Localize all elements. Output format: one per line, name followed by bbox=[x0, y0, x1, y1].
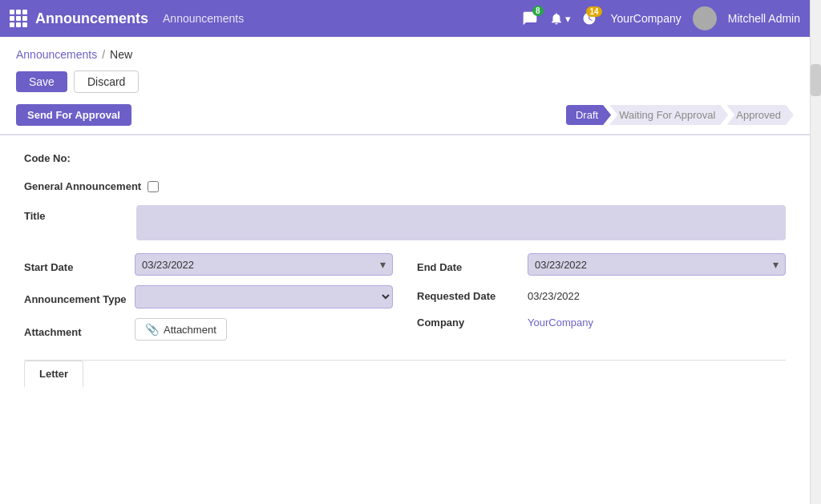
tabs-bar: Letter bbox=[24, 360, 786, 388]
topnav-icons: 8 ▾ 14 YourCompany bbox=[522, 6, 800, 30]
end-date-dropdown-btn[interactable]: ▾ bbox=[773, 258, 779, 271]
nav-breadcrumb[interactable]: Announcements bbox=[163, 12, 244, 25]
activity-icon-wrap[interactable]: 14 bbox=[582, 11, 597, 26]
company-label: Company bbox=[417, 312, 521, 329]
title-input[interactable] bbox=[136, 205, 786, 240]
status-pipeline: Draft Waiting For Approval Approved bbox=[568, 105, 794, 125]
announcement-type-label: Announcement Type bbox=[24, 288, 128, 305]
attachment-label: Attachment bbox=[24, 321, 128, 338]
breadcrumb-parent[interactable]: Announcements bbox=[16, 48, 97, 61]
send-for-approval-button[interactable]: Send For Approval bbox=[16, 104, 131, 126]
username: Mitchell Admin bbox=[728, 12, 800, 25]
title-field-wrap bbox=[136, 205, 786, 240]
end-date-row: End Date 03/23/2022 ▾ bbox=[417, 253, 786, 276]
requested-date-row: Requested Date 03/23/2022 bbox=[417, 285, 786, 302]
requested-date-value: 03/23/2022 bbox=[528, 285, 580, 302]
topnav: Announcements Announcements 8 ▾ bbox=[0, 0, 810, 37]
bell-dropdown-arrow[interactable]: ▾ bbox=[565, 13, 571, 25]
title-label: Title bbox=[24, 205, 136, 222]
chat-badge: 8 bbox=[532, 6, 544, 16]
breadcrumb: Announcements / New bbox=[0, 37, 810, 67]
announcement-type-row: Announcement Type bbox=[24, 285, 393, 308]
general-announcement-checkbox[interactable] bbox=[148, 181, 159, 192]
discard-button[interactable]: Discard bbox=[74, 71, 139, 93]
notification-icon-wrap[interactable]: ▾ bbox=[549, 11, 571, 26]
status-step-draft[interactable]: Draft bbox=[566, 105, 611, 125]
start-date-row: Start Date 03/23/2022 ▾ bbox=[24, 253, 393, 276]
start-date-dropdown-btn[interactable]: ▾ bbox=[380, 258, 386, 271]
end-date-value: 03/23/2022 bbox=[535, 259, 587, 271]
status-step-approved[interactable]: Approved bbox=[726, 105, 794, 125]
company-row: Company YourCompany bbox=[417, 312, 786, 329]
activity-badge: 14 bbox=[586, 6, 601, 17]
title-row: Title bbox=[24, 205, 786, 240]
attachment-button[interactable]: 📎 Attachment bbox=[135, 318, 227, 341]
tab-letter[interactable]: Letter bbox=[24, 361, 83, 388]
left-col: Start Date 03/23/2022 ▾ Announcement Typ… bbox=[24, 253, 393, 341]
scrollbar[interactable] bbox=[810, 0, 821, 504]
company-value[interactable]: YourCompany bbox=[528, 312, 593, 329]
attachment-btn-label: Attachment bbox=[164, 324, 216, 336]
general-announcement-row: General Announcement bbox=[24, 180, 786, 192]
code-no-row: Code No: bbox=[24, 151, 786, 164]
requested-date-label: Requested Date bbox=[417, 285, 521, 302]
scrollbar-thumb[interactable] bbox=[811, 64, 821, 96]
app-name: Announcements bbox=[35, 10, 148, 27]
end-date-input[interactable]: 03/23/2022 ▾ bbox=[528, 253, 786, 276]
status-step-waiting[interactable]: Waiting For Approval bbox=[609, 105, 728, 125]
attachment-row: Attachment 📎 Attachment bbox=[24, 318, 393, 341]
paperclip-icon: 📎 bbox=[145, 323, 159, 336]
chat-icon-wrap[interactable]: 8 bbox=[522, 10, 538, 26]
bell-icon bbox=[549, 11, 564, 26]
form-area: Code No: General Announcement Title bbox=[0, 135, 810, 404]
company-name: YourCompany bbox=[611, 12, 681, 25]
breadcrumb-current: New bbox=[110, 48, 132, 61]
breadcrumb-separator: / bbox=[102, 48, 105, 61]
two-col-fields: Start Date 03/23/2022 ▾ Announcement Typ… bbox=[24, 253, 786, 341]
status-bar: Send For Approval Draft Waiting For Appr… bbox=[0, 101, 810, 135]
code-no-label: Code No: bbox=[24, 152, 71, 164]
toolbar: Save Discard bbox=[0, 67, 810, 101]
start-date-label: Start Date bbox=[24, 256, 128, 273]
announcement-type-select[interactable] bbox=[135, 285, 393, 308]
avatar[interactable] bbox=[693, 6, 717, 30]
save-button[interactable]: Save bbox=[16, 71, 67, 92]
start-date-input[interactable]: 03/23/2022 ▾ bbox=[135, 253, 393, 276]
end-date-label: End Date bbox=[417, 256, 521, 273]
page-container: Announcements / New Save Discard Send Fo… bbox=[0, 37, 810, 504]
right-col: End Date 03/23/2022 ▾ Requested Date 03/… bbox=[417, 253, 786, 341]
apps-menu-icon[interactable] bbox=[10, 10, 27, 27]
general-announcement-label: General Announcement bbox=[24, 180, 141, 192]
start-date-value: 03/23/2022 bbox=[142, 259, 194, 271]
